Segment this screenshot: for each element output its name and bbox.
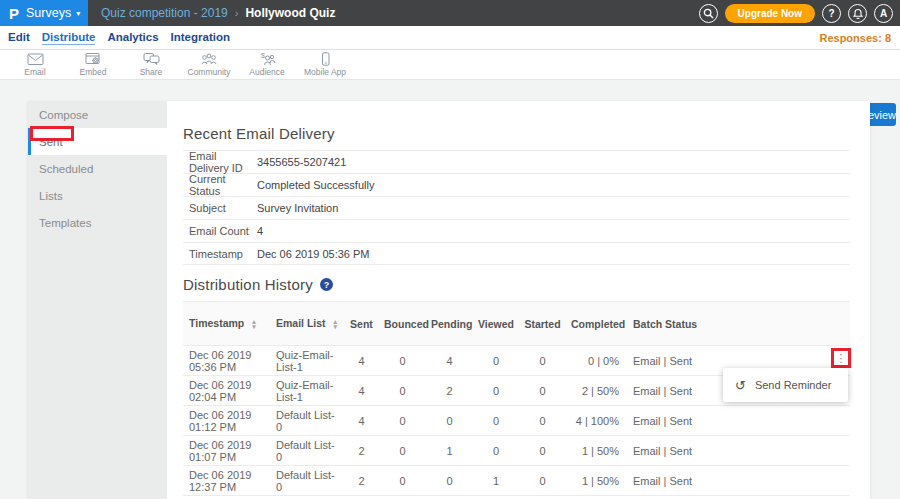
col-completed: Completed — [565, 302, 625, 346]
distribute-sidebar: Compose Sent Scheduled Lists Templates — [28, 101, 167, 499]
breadcrumb-survey-name: Hollywood Quiz — [245, 6, 335, 20]
share-icon — [143, 52, 160, 66]
breadcrumb-separator-icon: › — [235, 7, 239, 19]
notifications-button[interactable] — [848, 4, 867, 23]
search-button[interactable] — [699, 4, 718, 23]
history-header-row: Timestamp▴▾ Email List▴▾ Sent Bounced Pe… — [183, 302, 850, 346]
reminder-clock-icon: ↺ — [735, 379, 746, 392]
sidebar-item-compose[interactable]: Compose — [28, 101, 167, 128]
toolbar-item-audience[interactable]: $ Audience — [238, 52, 296, 77]
history-row: Dec 06 2019 12:37 PM Default List-0 2 0 … — [183, 466, 850, 496]
toolbar-item-share[interactable]: Share — [122, 52, 180, 77]
email-icon — [27, 52, 44, 66]
sidebar-item-templates[interactable]: Templates — [28, 209, 167, 236]
toolbar-item-community[interactable]: Community — [180, 52, 238, 77]
sidebar-item-scheduled[interactable]: Scheduled — [28, 155, 167, 182]
sidebar-item-lists[interactable]: Lists — [28, 182, 167, 209]
topbar-actions: Upgrade Now ? A — [699, 4, 900, 23]
col-viewed: Viewed — [472, 302, 518, 346]
surveys-menu-label: Surveys — [26, 6, 71, 20]
survey-nav-bar: Edit Distribute Analytics Integration Re… — [0, 26, 900, 50]
col-sent: Sent — [343, 302, 378, 346]
detail-row-timestamp: Timestamp Dec 06 2019 05:36 PM — [183, 242, 850, 265]
embed-icon — [85, 52, 102, 66]
toolbar-items: Email Embed Share — [0, 50, 900, 79]
tab-distribute[interactable]: Distribute — [42, 31, 96, 45]
svg-text:$: $ — [261, 52, 265, 59]
col-pending: Pending — [425, 302, 472, 346]
col-bounced: Bounced — [378, 302, 425, 346]
tab-analytics[interactable]: Analytics — [107, 31, 158, 45]
sort-icon[interactable]: ▴▾ — [334, 319, 338, 330]
recent-email-delivery-title: Recent Email Delivery — [183, 125, 335, 142]
distribution-history-header: Distribution History ? — [183, 276, 333, 293]
toolbar-item-embed[interactable]: Embed — [64, 52, 122, 77]
mobile-app-icon — [317, 52, 334, 66]
col-timestamp[interactable]: Timestamp▴▾ — [183, 302, 270, 346]
search-icon — [703, 8, 714, 19]
top-bar: P Surveys ▾ Quiz competition - 2019 › Ho… — [0, 0, 900, 26]
sidebar-item-sent[interactable]: Sent — [28, 128, 167, 155]
upgrade-now-button[interactable]: Upgrade Now — [725, 4, 815, 23]
col-started: Started — [518, 302, 565, 346]
annotation-box-kebab: ⋮ — [831, 348, 851, 368]
breadcrumb-folder[interactable]: Quiz competition - 2019 — [101, 6, 228, 20]
detail-row-email-count: Email Count 4 — [183, 219, 850, 242]
nav-tabs: Edit Distribute Analytics Integration — [8, 31, 230, 45]
surveys-menu[interactable]: P Surveys ▾ — [0, 0, 88, 26]
bell-icon — [853, 8, 863, 19]
questionpro-distribute-page: P Surveys ▾ Quiz competition - 2019 › Ho… — [0, 0, 900, 499]
sent-panel: Compose Sent Scheduled Lists Templates R… — [28, 101, 870, 499]
detail-row-email-delivery-id: Email Delivery ID 3455655-5207421 — [183, 150, 850, 173]
toolbar-item-email[interactable]: Email — [6, 52, 64, 77]
col-batch-status: Batch Status — [625, 302, 850, 346]
breadcrumb: Quiz competition - 2019 › Hollywood Quiz — [101, 6, 335, 20]
distribute-toolbar: Email Embed Share — [0, 50, 900, 80]
row-actions-kebab-icon[interactable]: ⋮ — [836, 353, 847, 364]
responses-count[interactable]: Responses: 8 — [819, 32, 892, 44]
avatar[interactable]: A — [874, 4, 893, 23]
tab-edit[interactable]: Edit — [8, 31, 30, 45]
community-icon — [200, 52, 218, 66]
history-row: Dec 06 2019 01:07 PM Default List-0 2 0 … — [183, 436, 850, 466]
help-button[interactable]: ? — [822, 4, 841, 23]
sent-content: Recent Email Delivery Email Delivery ID … — [167, 101, 870, 499]
detail-row-subject: Subject Survey Invitation — [183, 196, 850, 219]
menu-item-send-reminder[interactable]: ↺ Send Reminder — [723, 368, 848, 402]
sort-icon[interactable]: ▴▾ — [252, 319, 256, 330]
history-row: Dec 06 2019 01:12 PM Default List-0 4 0 … — [183, 406, 850, 436]
distribution-history-help-icon[interactable]: ? — [320, 278, 333, 291]
chevron-down-icon: ▾ — [76, 9, 80, 18]
recent-delivery-details: Email Delivery ID 3455655-5207421 Curren… — [183, 150, 850, 265]
row-actions-menu: ↺ Send Reminder — [723, 368, 848, 402]
distribution-history-title: Distribution History — [183, 276, 313, 293]
audience-icon: $ — [258, 52, 276, 66]
col-email-list[interactable]: Email List▴▾ — [270, 302, 343, 346]
toolbar-item-mobile-app[interactable]: Mobile App — [296, 52, 354, 77]
questionpro-logo-icon: P — [9, 6, 19, 21]
tab-integration[interactable]: Integration — [171, 31, 230, 45]
detail-row-current-status: Current Status Completed Successfully — [183, 173, 850, 196]
